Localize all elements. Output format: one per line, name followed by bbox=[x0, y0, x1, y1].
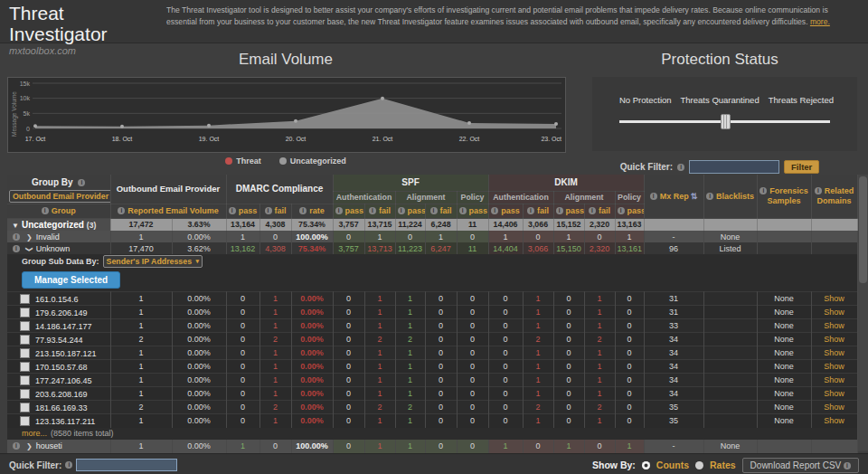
info-icon[interactable]: i bbox=[13, 442, 20, 450]
group-by-dropdown[interactable]: Outbound Email Provider▾ bbox=[9, 190, 110, 203]
table-cell bbox=[703, 401, 757, 414]
info-icon[interactable]: i bbox=[13, 245, 20, 252]
dkim-policy-pass-header[interactable]: ipass bbox=[615, 204, 644, 218]
related-domains-show-link[interactable]: Show bbox=[811, 387, 857, 401]
info-icon[interactable]: i bbox=[369, 207, 376, 214]
info-icon[interactable]: i bbox=[398, 207, 405, 214]
row-checkbox[interactable] bbox=[20, 321, 30, 331]
related-domains-show-link[interactable]: Show bbox=[811, 374, 857, 387]
info-icon[interactable]: i bbox=[556, 207, 563, 214]
info-icon[interactable]: i bbox=[13, 233, 20, 241]
sub-group-dropdown[interactable]: Sender's IP Addresses ▾ bbox=[103, 255, 203, 268]
info-icon[interactable]: i bbox=[650, 193, 657, 200]
group-column-header[interactable]: iGroup bbox=[7, 204, 110, 218]
scrollbar-thumb[interactable] bbox=[859, 176, 867, 283]
info-icon[interactable]: i bbox=[527, 207, 534, 214]
row-checkbox[interactable] bbox=[20, 416, 30, 426]
blacklists-header[interactable]: iBlacklists bbox=[703, 175, 757, 218]
dkim-align-pass-header[interactable]: ipass bbox=[553, 204, 584, 218]
mx-rep-header[interactable]: iMx Rep⇅ bbox=[644, 175, 703, 218]
filter-button[interactable]: Filter bbox=[784, 160, 819, 174]
related-domains-show-link[interactable]: Show bbox=[811, 319, 857, 333]
table-scrollbar[interactable] bbox=[858, 175, 868, 451]
table-cell: 1 bbox=[110, 346, 172, 360]
spf-auth-fail-header[interactable]: ifail bbox=[364, 204, 395, 218]
table-cell: None bbox=[757, 292, 811, 306]
table-cell: 0 bbox=[523, 440, 553, 453]
forensics-header[interactable]: iForensics Samples bbox=[757, 175, 811, 218]
table-cell bbox=[811, 440, 857, 453]
quick-filter-input[interactable] bbox=[689, 160, 779, 174]
slider-handle[interactable] bbox=[721, 114, 731, 129]
dmarc-rate-header[interactable]: irate bbox=[291, 204, 333, 218]
info-icon[interactable]: i bbox=[78, 179, 85, 186]
info-icon[interactable]: i bbox=[815, 187, 822, 194]
expander-icon[interactable]: ❯ bbox=[26, 442, 33, 450]
spf-align-fail-header[interactable]: ifail bbox=[425, 204, 457, 218]
table-cell: 0 bbox=[615, 387, 644, 401]
dmarc-pass-header[interactable]: ipass bbox=[226, 204, 259, 218]
spf-align-pass-header[interactable]: ipass bbox=[395, 204, 425, 218]
counts-label[interactable]: Counts bbox=[656, 460, 689, 470]
rates-label[interactable]: Rates bbox=[710, 460, 736, 470]
download-csv-button[interactable]: Download Report CSV i bbox=[742, 458, 859, 473]
protection-slider[interactable] bbox=[619, 114, 830, 128]
related-domains-show-link[interactable]: Show bbox=[811, 414, 857, 428]
info-icon[interactable]: i bbox=[42, 207, 49, 214]
info-icon[interactable]: i bbox=[589, 207, 596, 214]
sub-group-row: i❯Invalid10.00%10100.00%0101010101-None bbox=[7, 231, 857, 242]
expander-icon[interactable]: ❯ bbox=[25, 246, 33, 252]
info-icon[interactable]: i bbox=[65, 461, 72, 469]
info-icon[interactable]: i bbox=[265, 207, 272, 214]
row-checkbox[interactable] bbox=[20, 362, 30, 372]
info-icon[interactable]: i bbox=[118, 207, 125, 214]
info-icon[interactable]: i bbox=[618, 207, 625, 214]
table-cell: 0 bbox=[333, 387, 364, 401]
table-cell: 11 bbox=[457, 242, 488, 254]
table-cell: 0.00% bbox=[291, 319, 333, 333]
related-domains-show-link[interactable]: Show bbox=[811, 346, 857, 360]
info-icon[interactable]: i bbox=[491, 207, 498, 214]
expander-icon[interactable]: ▼ bbox=[12, 222, 19, 230]
expander-icon[interactable]: ❯ bbox=[26, 233, 33, 242]
counts-radio[interactable] bbox=[642, 461, 650, 469]
sort-icon[interactable]: ⇅ bbox=[691, 192, 698, 201]
related-domains-show-link[interactable]: Show bbox=[811, 306, 857, 319]
row-checkbox[interactable] bbox=[20, 403, 30, 412]
info-icon[interactable]: i bbox=[844, 462, 851, 469]
info-icon[interactable]: i bbox=[229, 207, 236, 214]
table-cell: 0 bbox=[259, 231, 291, 242]
manage-selected-button[interactable]: Manage Selected bbox=[22, 271, 120, 289]
related-domains-show-link[interactable]: Show bbox=[811, 292, 857, 306]
row-checkbox[interactable] bbox=[20, 348, 30, 358]
info-icon[interactable]: i bbox=[677, 164, 684, 171]
more-link[interactable]: more. bbox=[810, 16, 830, 28]
related-domains-header[interactable]: iRelated Domains bbox=[811, 175, 857, 218]
info-icon[interactable]: i bbox=[706, 193, 713, 200]
dkim-align-fail-header[interactable]: ifail bbox=[584, 204, 615, 218]
info-icon[interactable]: i bbox=[459, 207, 467, 214]
spf-auth-pass-header[interactable]: ipass bbox=[333, 204, 364, 218]
dkim-auth-fail-header[interactable]: ifail bbox=[523, 204, 553, 218]
dkim-auth-pass-header[interactable]: ipass bbox=[488, 204, 523, 218]
row-checkbox[interactable] bbox=[20, 294, 30, 304]
related-domains-show-link[interactable]: Show bbox=[811, 401, 857, 414]
info-icon[interactable]: i bbox=[299, 207, 307, 214]
quick-filter-bottom-input[interactable] bbox=[76, 459, 177, 471]
dmarc-fail-header[interactable]: ifail bbox=[259, 204, 291, 218]
reported-volume-header[interactable]: iReported Email Volume bbox=[110, 204, 226, 218]
rates-radio[interactable] bbox=[695, 461, 703, 469]
related-domains-show-link[interactable]: Show bbox=[811, 360, 857, 374]
more-items-link[interactable]: more... bbox=[22, 429, 47, 438]
row-checkbox[interactable] bbox=[20, 335, 30, 345]
spf-policy-pass-header[interactable]: ipass bbox=[457, 204, 488, 218]
info-icon[interactable]: i bbox=[760, 187, 767, 194]
info-icon[interactable]: i bbox=[335, 207, 343, 214]
related-domains-show-link[interactable]: Show bbox=[811, 333, 857, 346]
table-cell: 0 bbox=[457, 346, 488, 360]
row-checkbox[interactable] bbox=[20, 389, 30, 399]
info-icon[interactable]: i bbox=[430, 207, 438, 214]
row-checkbox[interactable] bbox=[20, 375, 30, 385]
row-checkbox[interactable] bbox=[20, 308, 30, 318]
legend-item: Threat bbox=[225, 156, 261, 166]
